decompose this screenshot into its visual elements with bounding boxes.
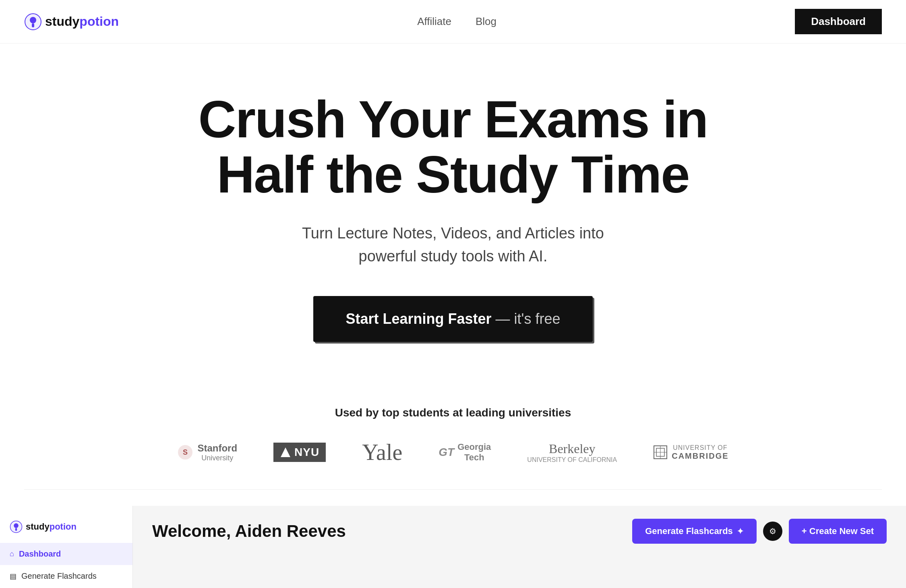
- georgia-tech-logo: GT Georgia Tech: [439, 442, 491, 463]
- universities-label: Used by top students at leading universi…: [24, 406, 882, 419]
- svg-point-11: [14, 523, 19, 528]
- sidebar-generate-label: Generate Flashcards: [21, 571, 97, 581]
- sidebar-logo: studypotion: [0, 514, 132, 543]
- logo-icon: [24, 13, 42, 31]
- nyu-logo: NYU: [273, 443, 326, 462]
- cta-free-text: — it's free: [496, 311, 561, 327]
- logo-study-text: study: [45, 14, 79, 29]
- hero-subtitle: Turn Lecture Notes, Videos, and Articles…: [272, 222, 634, 268]
- magic-wand-icon: ✦: [737, 526, 744, 536]
- sidebar-item-dashboard[interactable]: ⌂ Dashboard: [0, 543, 132, 565]
- sidebar-logo-study: study: [26, 522, 50, 532]
- sidebar-logo-potion: potion: [50, 522, 77, 532]
- nyu-icon: [280, 447, 291, 458]
- navbar: studypotion Affiliate Blog Dashboard: [0, 0, 906, 43]
- svg-point-1: [30, 17, 36, 23]
- main-header: Welcome, Aiden Reeves Generate Flashcard…: [152, 519, 887, 544]
- svg-rect-2: [32, 23, 34, 27]
- cambridge-icon: [653, 445, 668, 460]
- nav-affiliate[interactable]: Affiliate: [417, 15, 451, 28]
- welcome-title: Welcome, Aiden Reeves: [152, 522, 346, 541]
- settings-icon-button[interactable]: ⚙: [763, 522, 782, 541]
- sidebar-item-generate-flashcards[interactable]: ▤ Generate Flashcards: [0, 565, 132, 587]
- logo[interactable]: studypotion: [24, 13, 119, 31]
- generate-flashcards-button[interactable]: Generate Flashcards ✦: [632, 519, 757, 544]
- hero-title: Crush Your Exams in Half the Study Time: [171, 92, 735, 202]
- home-icon: ⌂: [10, 550, 14, 558]
- divider: [24, 489, 882, 490]
- stanford-icon: S: [177, 444, 193, 460]
- svg-rect-12: [15, 528, 17, 531]
- cta-main-text: Start Learning Faster: [345, 311, 491, 327]
- sidebar: studypotion ⌂ Dashboard ▤ Generate Flash…: [0, 506, 133, 588]
- yale-logo: Yale: [362, 439, 402, 465]
- flashcard-icon: ▤: [10, 572, 17, 581]
- universities-section: Used by top students at leading universi…: [0, 374, 906, 489]
- sidebar-dashboard-label: Dashboard: [19, 549, 61, 559]
- svg-marker-5: [281, 447, 290, 457]
- hero-cta-button[interactable]: Start Learning Faster — it's free: [313, 296, 592, 342]
- university-logos: S Stanford University NYU Yale GT Geo: [24, 439, 882, 465]
- dashboard-preview: studypotion ⌂ Dashboard ▤ Generate Flash…: [0, 506, 906, 588]
- hero-section: Crush Your Exams in Half the Study Time …: [0, 43, 906, 374]
- svg-text:S: S: [183, 448, 188, 456]
- berkeley-logo: Berkeley UNIVERSITY OF CALIFORNIA: [527, 441, 617, 464]
- nav-blog[interactable]: Blog: [476, 15, 496, 28]
- cambridge-logo: UNIVERSITY OF CAMBRIDGE: [653, 444, 728, 461]
- logo-potion-text: potion: [79, 14, 119, 29]
- stanford-logo: S Stanford University: [177, 443, 237, 462]
- generate-flashcards-label: Generate Flashcards: [645, 526, 733, 536]
- nav-links: Affiliate Blog: [417, 15, 496, 28]
- settings-icon: ⚙: [769, 526, 776, 536]
- main-actions: Generate Flashcards ✦ ⚙ + Create New Set: [632, 519, 887, 544]
- create-new-set-button[interactable]: + Create New Set: [789, 519, 887, 544]
- sidebar-logo-icon: [10, 520, 23, 533]
- dashboard-button[interactable]: Dashboard: [795, 9, 882, 34]
- main-content: Welcome, Aiden Reeves Generate Flashcard…: [133, 506, 906, 588]
